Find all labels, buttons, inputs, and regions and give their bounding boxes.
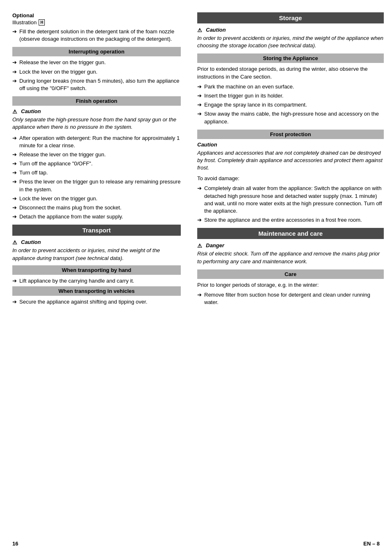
storing-text-3: Stow away the mains cable, the high-pres… [204,110,384,125]
storing-text-2: Engage the spray lance in its compartmen… [204,101,384,109]
arrow-icon: ➔ [12,277,17,285]
storage-caution-label: Caution [197,27,384,33]
transport-caution-label: Caution [12,239,181,245]
transport-caution-label-text: Caution [21,239,41,245]
care-section: Care Prior to longer periods of storage,… [197,269,384,306]
storing-text-1: Insert the trigger gun in its holder. [204,92,384,100]
illustration-label: Illustration [12,19,37,26]
arrow-icon: ➔ [12,135,17,142]
care-item-0: ➔ Remove filter from suction hose for de… [197,291,384,306]
finish-caution-label-text: Caution [21,108,41,114]
interrupting-section: Interrupting operation ➔ Release the lev… [12,47,181,92]
interrupting-header: Interrupting operation [12,47,181,56]
optional-label: Optional [12,12,181,19]
finish-text-5: Lock the lever on the trigger gun. [19,195,181,202]
finish-text-1: Release the lever on the trigger gun. [19,151,181,158]
maintenance-danger-text: Risk of electric shock. Turn off the app… [197,250,384,265]
finish-item-3: ➔ Turn off tap. [12,169,181,176]
transporting-hand-item: ➔ Lift appliance by the carrying handle … [12,277,181,285]
finish-item-2: ➔ Turn off the appliance "0/OFF". [12,160,181,167]
storing-item-3: ➔ Stow away the mains cable, the high-pr… [197,110,384,125]
frost-caution-label-text: Caution [197,142,217,148]
maintenance-danger-label-text: Danger [206,242,224,248]
finish-header: Finish operation [12,96,181,106]
frost-header: Frost protection [197,130,384,139]
finish-text-4: Press the lever on the trigger gun to re… [19,178,181,193]
finish-text-2: Turn off the appliance "0/OFF". [19,160,181,167]
interrupting-item-2: ➔ During longer breaks (more than 5 minu… [12,77,181,92]
frost-caution-label: Caution [197,142,384,148]
arrow-icon: ➔ [12,195,17,202]
interrupting-item-0: ➔ Release the lever on the trigger gun. [12,59,181,66]
arrow-icon: ➔ [12,77,17,85]
optional-bullet: ➔ Fill the detergent solution in the det… [12,28,181,43]
arrow-icon: ➔ [12,213,17,220]
finish-caution-label: Caution [12,108,181,114]
optional-section: Optional Illustration H ➔ Fill the deter… [12,12,181,43]
storage-section: Storage Caution In order to prevent acci… [197,12,384,49]
storing-item-1: ➔ Insert the trigger gun in its holder. [197,92,384,100]
illustration-row: Illustration H [12,19,181,26]
arrow-icon: ➔ [197,83,202,91]
left-column: Optional Illustration H ➔ Fill the deter… [0,8,189,314]
arrow-icon: ➔ [12,178,17,186]
storage-caution-label-text: Caution [206,27,226,33]
arrow-icon: ➔ [197,216,202,224]
finish-item-4: ➔ Press the lever on the trigger gun to … [12,178,181,193]
finish-text-3: Turn off tap. [19,169,181,176]
frost-section: Frost protection Caution Appliances and … [197,130,384,224]
arrow-icon: ➔ [12,298,17,306]
arrow-icon: ➔ [12,59,17,66]
transport-section: Transport Caution In order to prevent ac… [12,225,181,306]
storing-text-0: Park the machine on an even surface. [204,83,384,91]
arrow-icon: ➔ [12,160,17,167]
arrow-icon: ➔ [12,68,17,76]
arrow-icon: ➔ [197,291,202,299]
care-header: Care [197,269,384,279]
arrow-icon: ➔ [197,110,202,118]
interrupting-text-2: During longer breaks (more than 5 minute… [19,77,181,92]
finish-text-6: Disconnect the mains plug from the socke… [19,204,181,211]
two-col-layout: Optional Illustration H ➔ Fill the deter… [0,8,392,536]
arrow-icon: ➔ [197,92,202,100]
maintenance-section: Maintenance and care Danger Risk of elec… [197,228,384,265]
frost-caution-text: Appliances and accessories that are not … [197,149,384,172]
warning-triangle-icon [197,27,204,33]
transporting-vehicles-header: When transporting in vehicles [12,286,181,296]
finish-item-1: ➔ Release the lever on the trigger gun. [12,151,181,158]
arrow-icon: ➔ [12,151,17,158]
maintenance-danger-label: Danger [197,242,384,248]
storing-appliance-section: Storing the Appliance Prior to extended … [197,53,384,125]
care-text-0: Remove filter from suction hose for dete… [204,291,384,306]
storing-item-2: ➔ Engage the spray lance in its compartm… [197,101,384,109]
illustration-box: H [39,19,45,26]
care-intro: Prior to longer periods of storage, e.g.… [197,281,384,289]
transporting-hand-text: Lift appliance by the carrying handle an… [19,277,181,285]
arrow-icon: ➔ [12,28,17,35]
finish-caution-text: Only separate the high-pressure hose fro… [12,116,181,131]
transporting-vehicles-item: ➔ Secure the appliance against shifting … [12,298,181,306]
frost-item-1: ➔ Store the appliance and the entire acc… [197,216,384,224]
finish-text-0: After operation with detergent: Run the … [19,135,181,149]
finish-item-0: ➔ After operation with detergent: Run th… [12,135,181,149]
arrow-icon: ➔ [12,204,17,211]
warning-triangle-icon [12,109,19,114]
finish-text-7: Detach the appliance from the water supp… [19,213,181,220]
finish-section: Finish operation Caution Only separate t… [12,96,181,220]
page-footer: 16 EN – 8 [0,536,392,549]
interrupting-text-1: Lock the lever on the trigger gun. [19,68,181,76]
footer-page-number: 16 [12,541,18,547]
transporting-vehicles-text: Secure the appliance against shifting an… [19,298,181,306]
arrow-icon: ➔ [12,169,17,176]
optional-bullet-text: Fill the detergent solution in the deter… [19,28,181,43]
frost-item-0: ➔ Completely drain all water from the ap… [197,185,384,215]
frost-text-1: Store the appliance and the entire acces… [204,216,384,224]
maintenance-header: Maintenance and care [197,228,384,239]
storing-appliance-intro: Prior to extended storage periods, as du… [197,65,384,80]
interrupting-item-1: ➔ Lock the lever on the trigger gun. [12,68,181,76]
arrow-icon: ➔ [197,185,202,192]
interrupting-text-0: Release the lever on the trigger gun. [19,59,181,66]
transport-caution-text: In order to prevent accidents or injurie… [12,247,181,262]
storage-caution-text: In order to prevent accidents or injurie… [197,35,384,49]
storing-item-0: ➔ Park the machine on an even surface. [197,83,384,91]
